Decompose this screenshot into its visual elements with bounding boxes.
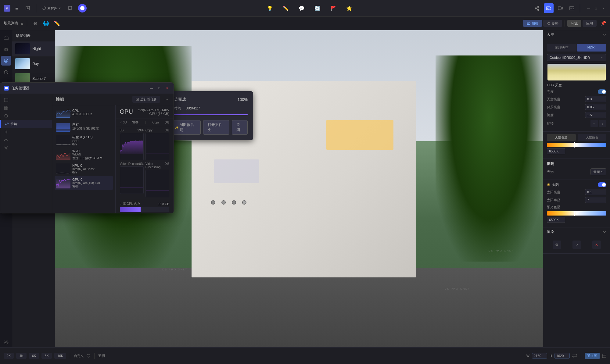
res-16k-btn[interactable]: 16K bbox=[54, 353, 66, 359]
render-share-icon[interactable]: ↗ bbox=[572, 241, 581, 249]
rotation-row: 旋度 1.5° bbox=[547, 112, 606, 118]
watermark-1: DS PRO ONLY bbox=[488, 249, 514, 252]
channel-btn[interactable]: 通道图 bbox=[585, 353, 600, 359]
iconbar-layers[interactable] bbox=[1, 44, 11, 54]
device-gpu0[interactable]: GPU 0 Intel(R) Arc(TM) 140... 99% bbox=[55, 176, 113, 190]
cpu-name: CPU bbox=[72, 109, 112, 112]
share-btn[interactable] bbox=[532, 3, 542, 13]
device-disk[interactable]: 磁盘 0 (C: D:) SSD 0% bbox=[55, 133, 113, 148]
tm-minimize[interactable]: — bbox=[149, 85, 154, 91]
sun-color-bar[interactable] bbox=[547, 211, 606, 216]
tool-rotate[interactable]: 🔄 bbox=[313, 3, 322, 13]
tool-flag[interactable]: 🚩 bbox=[328, 3, 338, 13]
svg-point-5 bbox=[547, 8, 549, 9]
tool-bulb[interactable]: 💡 bbox=[265, 3, 275, 13]
svg-rect-6 bbox=[558, 7, 561, 10]
ai-btn[interactable] bbox=[78, 4, 87, 12]
res-2k-btn[interactable]: 2K bbox=[4, 353, 14, 359]
render-time-row: 总时间： 00:04:27 bbox=[170, 106, 248, 111]
gpu-mem-bar bbox=[120, 207, 170, 212]
sky-light-dropdown[interactable]: 天光 bbox=[590, 168, 606, 175]
sky-color-btn[interactable]: 天空颜色 bbox=[578, 134, 607, 141]
hdri-tab[interactable]: HDRI bbox=[577, 44, 607, 52]
sun-color-handle[interactable] bbox=[574, 211, 575, 216]
tool-star[interactable]: ⭐ bbox=[344, 3, 354, 13]
render-close-icon[interactable]: ✕ bbox=[592, 241, 601, 249]
tm-nav-4[interactable] bbox=[0, 136, 52, 144]
color-temp-bar[interactable] bbox=[547, 143, 606, 147]
transform-btn[interactable]: ⊕ bbox=[30, 19, 40, 28]
sun-radius-input[interactable]: 7 bbox=[585, 197, 606, 203]
edit-btn[interactable]: ✏️ bbox=[52, 19, 62, 28]
width-input[interactable]: 2160 bbox=[532, 353, 547, 359]
render-section-header[interactable]: 渲染 bbox=[543, 227, 610, 236]
iconbar-home[interactable] bbox=[1, 33, 11, 42]
device-cpu[interactable]: CPU 41% 3.89 GHz bbox=[55, 105, 113, 119]
res-8k-btn[interactable]: 8K bbox=[41, 353, 52, 359]
video-btn[interactable] bbox=[555, 3, 565, 13]
tm-nav-3[interactable] bbox=[0, 128, 52, 136]
tm-more-btn[interactable]: ⋯ bbox=[163, 96, 170, 103]
pin-btn[interactable]: 📌 bbox=[600, 20, 606, 26]
npu-info: NPU 0 Intel(R) AI Boost 0% bbox=[72, 164, 112, 174]
device-ram[interactable]: 内存 19.3/31.5 GB (61%) bbox=[55, 119, 113, 133]
sun-toggle[interactable] bbox=[598, 182, 606, 187]
material-btn[interactable]: 素材库 bbox=[40, 5, 63, 12]
tm-nav-render2[interactable] bbox=[0, 112, 52, 120]
new-btn[interactable] bbox=[23, 5, 32, 12]
res-6k-btn[interactable]: 6K bbox=[29, 353, 39, 359]
render-settings-icon[interactable]: ⚙ bbox=[553, 241, 561, 249]
tm-run-btn[interactable]: 运行新任务 bbox=[132, 96, 160, 103]
win-minimize[interactable]: — bbox=[586, 5, 592, 11]
win-controls: — □ × bbox=[586, 5, 606, 11]
sky-color-temp-btn[interactable]: 天空色温 bbox=[547, 134, 576, 141]
second-toolbar-right: 相机 影影 环境 应用 📌 bbox=[523, 20, 606, 27]
effect-btn[interactable]: 影影 bbox=[543, 20, 562, 27]
color-temp-handle[interactable] bbox=[574, 142, 575, 148]
geo-sky-tab[interactable]: 地理天空 bbox=[547, 44, 577, 52]
open-folder-btn[interactable]: 打开文件夹 bbox=[203, 120, 229, 135]
sky-section-header[interactable]: 天空 bbox=[543, 30, 610, 39]
sky-brightness-input[interactable]: 0.3 bbox=[585, 96, 606, 102]
device-wifi[interactable]: Wi-Fi WLAN 发送: 1.6 接收: 30.3 M bbox=[55, 148, 113, 162]
tm-close[interactable]: × bbox=[164, 85, 170, 91]
tm-nav-icon[interactable] bbox=[0, 96, 52, 104]
res-4k-btn[interactable]: 4K bbox=[16, 353, 26, 359]
color-temp-input[interactable]: 6500K bbox=[547, 148, 565, 154]
sun-color-temp-input[interactable]: 6500K bbox=[547, 217, 565, 223]
brightness-toggle[interactable] bbox=[598, 89, 606, 94]
gpu-3d-title: 3D99% bbox=[120, 129, 144, 132]
hdri-dropdown[interactable]: OutdoorHDRI002_8K-HDR bbox=[547, 54, 606, 61]
tm-nav-settings[interactable] bbox=[0, 144, 52, 152]
gallery-btn[interactable] bbox=[567, 3, 577, 13]
camera-btn[interactable]: 相机 bbox=[523, 20, 542, 27]
iconbar-render[interactable] bbox=[1, 56, 11, 66]
rotation-input[interactable]: 1.5° bbox=[585, 112, 606, 118]
tool-pen[interactable]: ✏️ bbox=[281, 3, 291, 13]
bg-brightness-input[interactable]: 0.05 bbox=[585, 104, 606, 110]
sun-brightness-input[interactable]: 0.1 bbox=[585, 189, 606, 195]
swap-dimensions-icon[interactable] bbox=[572, 353, 577, 358]
device-npu[interactable]: NPU 0 Intel(R) AI Boost 0% bbox=[55, 162, 113, 176]
flip-h[interactable]: ↔ bbox=[590, 120, 598, 127]
camera-view-btn[interactable] bbox=[544, 3, 554, 13]
win-maximize[interactable]: □ bbox=[593, 5, 599, 11]
flip-v[interactable]: ↕ bbox=[599, 120, 606, 127]
close-render-btn[interactable]: 关闭 bbox=[232, 120, 248, 135]
win-close[interactable]: × bbox=[600, 5, 606, 11]
iconbar-settings[interactable] bbox=[1, 337, 11, 347]
bookmark-btn[interactable] bbox=[66, 5, 74, 12]
env-btn[interactable]: 环境 bbox=[567, 20, 581, 27]
bg-brightness-label: 背景亮度 bbox=[547, 105, 560, 109]
tm-nav-apps[interactable] bbox=[0, 104, 52, 112]
menu-btn[interactable]: ☰ bbox=[13, 5, 21, 12]
iconbar-clock[interactable] bbox=[1, 67, 11, 77]
metric-copy-val: 0% bbox=[165, 121, 169, 124]
apply-btn[interactable]: 应用 bbox=[583, 20, 597, 27]
tm-nav-performance[interactable]: 性能 bbox=[0, 120, 52, 128]
globe-btn[interactable]: 🌐 bbox=[41, 19, 51, 28]
height-input[interactable]: 1620 bbox=[554, 353, 570, 359]
tool-bubble[interactable]: 💬 bbox=[297, 3, 307, 13]
ai-postprocess-btn[interactable]: ✨ AI图像后期 bbox=[170, 120, 201, 135]
tm-maximize[interactable]: □ bbox=[156, 85, 162, 91]
